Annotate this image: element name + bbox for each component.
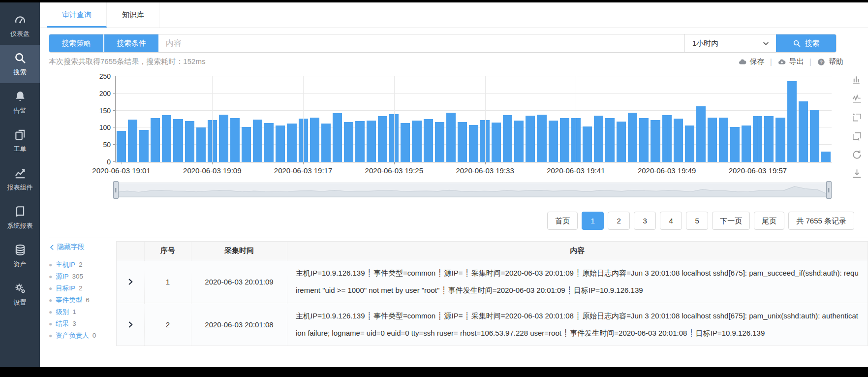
pagination-page-1[interactable]: 1 — [582, 212, 604, 230]
seq-cell: 1 — [145, 260, 191, 303]
sidebar-item-asset[interactable]: 资产 — [0, 237, 40, 275]
content-cell: 主机IP=10.9.126.139 ┊ 事件类型=common ┊ 源IP= ┊… — [287, 303, 868, 346]
sidebar-item-system-report[interactable]: 系统报表 — [0, 198, 40, 237]
fields-panel: 隐藏字段 ●主机IP2●源IP305●目标IP2●事件类型6●级别1●结果3●资… — [49, 241, 116, 342]
sidebar-item-search[interactable]: 搜索 — [0, 45, 40, 83]
col-seq: 序号 — [145, 242, 191, 260]
expand-row-icon[interactable] — [127, 321, 134, 328]
tab-audit-query[interactable]: 审计查询 — [47, 2, 107, 28]
bar — [810, 110, 819, 162]
search-input[interactable] — [158, 34, 684, 52]
app-window: 仪表盘搜索告警工单报表组件系统报表资产设置 审计查询知识库 搜索策略 搜索条件 … — [0, 2, 868, 367]
bullet-icon: ● — [49, 294, 52, 306]
export-link[interactable]: 导出 — [777, 57, 804, 66]
bars — [116, 76, 832, 162]
field-item[interactable]: ●事件类型6 — [49, 294, 116, 306]
gridline-vertical — [394, 76, 395, 162]
bar — [287, 124, 296, 162]
bar — [560, 118, 569, 162]
sidebar-item-report-widget[interactable]: 报表组件 — [0, 160, 40, 198]
field-item[interactable]: ●结果3 — [49, 318, 116, 330]
bar — [685, 126, 694, 162]
bar — [276, 126, 285, 162]
bar — [492, 123, 501, 162]
expand-cell — [117, 260, 145, 303]
bar — [775, 118, 785, 162]
gridline-vertical — [485, 76, 486, 162]
sidebar-item-ticket[interactable]: 工单 — [0, 122, 40, 160]
magnifier-icon — [793, 39, 801, 48]
pagination-next[interactable]: 下一页 — [712, 212, 750, 230]
field-label: 事件类型 — [56, 294, 82, 306]
pagination-last[interactable]: 尾页 — [754, 212, 784, 230]
field-item[interactable]: ●资产负责人0 — [49, 330, 116, 342]
toolbox-refresh-icon[interactable] — [851, 149, 863, 160]
search-condition-button[interactable]: 搜索条件 — [104, 34, 158, 52]
field-count: 2 — [79, 259, 83, 271]
field-item[interactable]: ●主机IP2 — [49, 259, 116, 271]
field-label: 主机IP — [56, 259, 75, 271]
search-icon — [14, 52, 27, 64]
x-axis-label: 2020-06-03 19:57 — [729, 166, 787, 175]
search-strategy-button[interactable]: 搜索策略 — [49, 34, 103, 52]
toolbox-line-chart-icon[interactable] — [851, 93, 863, 104]
sidebar-item-dashboard[interactable]: 仪表盘 — [0, 6, 40, 45]
pagination-page-5[interactable]: 5 — [686, 212, 708, 230]
divider: | — [809, 58, 811, 66]
search-button[interactable]: 搜索 — [776, 34, 836, 52]
bar — [719, 118, 728, 162]
x-axis-label: 2020-06-03 19:17 — [274, 166, 332, 175]
slider-handle-right[interactable] — [826, 181, 832, 199]
slider-handle-left[interactable] — [113, 181, 119, 199]
screen: 仪表盘搜索告警工单报表组件系统报表资产设置 审计查询知识库 搜索策略 搜索条件 … — [0, 0, 868, 377]
time-cell: 2020-06-03 20:01:08 — [191, 303, 287, 346]
help-icon: ? — [817, 58, 826, 66]
x-axis-label: 2020-06-03 19:01 — [92, 166, 150, 175]
bar — [196, 127, 206, 162]
x-axis-label: 2020-06-03 19:25 — [365, 166, 423, 175]
bar — [696, 106, 706, 162]
time-slider[interactable] — [115, 183, 830, 197]
sidebar-item-alert[interactable]: 告警 — [0, 83, 40, 122]
time-range-select[interactable]: 1小时内 — [684, 34, 776, 52]
save-label: 保存 — [750, 57, 765, 66]
hide-fields-toggle[interactable]: 隐藏字段 — [49, 243, 116, 251]
gridline-vertical — [303, 76, 304, 162]
bar — [821, 152, 831, 162]
field-item[interactable]: ●源IP305 — [49, 271, 116, 283]
toolbox-download-icon[interactable] — [851, 168, 863, 179]
field-item[interactable]: ●级别1 — [49, 306, 116, 318]
field-count: 1 — [72, 306, 76, 318]
svg-text:?: ? — [820, 59, 823, 64]
table-header: 序号 采集时间 内容 — [117, 242, 868, 260]
pagination-page-2[interactable]: 2 — [608, 212, 630, 230]
help-link[interactable]: ? 帮助 — [817, 57, 843, 66]
bar — [310, 118, 319, 162]
sidebar-item-label: 搜索 — [14, 68, 27, 77]
bar — [764, 116, 774, 162]
pagination-first[interactable]: 首页 — [547, 212, 578, 230]
pagination-page-4[interactable]: 4 — [660, 212, 682, 230]
pagination-page-3[interactable]: 3 — [634, 212, 656, 230]
sidebar-item-label: 系统报表 — [7, 221, 33, 230]
expand-row-icon[interactable] — [127, 278, 134, 285]
bullet-icon: ● — [49, 330, 52, 342]
toolbox-zoom-select-icon[interactable] — [851, 112, 863, 123]
sidebar-item-settings[interactable]: 设置 — [0, 275, 40, 314]
tab-knowledge-base[interactable]: 知识库 — [107, 2, 159, 28]
sidebar-item-label: 报表组件 — [7, 183, 33, 192]
field-item[interactable]: ●目标IP2 — [49, 283, 116, 294]
bar — [458, 122, 467, 162]
sidebar: 仪表盘搜索告警工单报表组件系统报表资产设置 — [0, 2, 40, 367]
expand-cell — [117, 303, 145, 346]
toolbox-bar-chart-icon[interactable] — [851, 74, 863, 86]
bar — [446, 113, 456, 162]
save-link[interactable]: 保存 — [738, 57, 765, 66]
field-label: 级别 — [56, 306, 69, 318]
grip-icon — [828, 188, 830, 192]
ticket-icon — [14, 128, 27, 141]
y-axis-label: 50 — [103, 141, 111, 148]
bar — [605, 118, 615, 162]
toolbox-zoom-reset-icon[interactable] — [851, 130, 863, 142]
pagination: 首页12345下一页尾页共 7655 条记录 — [49, 212, 854, 230]
